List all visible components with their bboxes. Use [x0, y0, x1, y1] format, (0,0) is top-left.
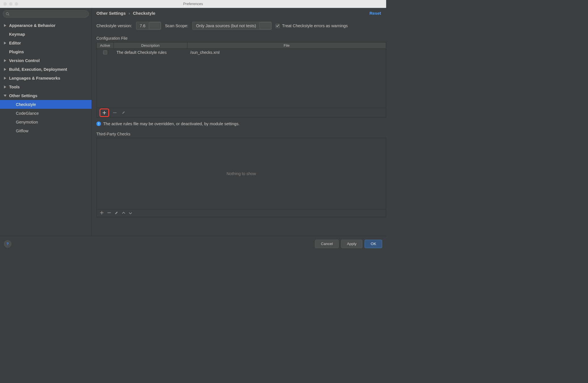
svg-line-1	[8, 14, 9, 15]
settings-tree: Appearance & BehaviorKeymapEditorPlugins…	[0, 20, 92, 236]
apply-button[interactable]: Apply	[341, 240, 363, 248]
search-input[interactable]	[3, 10, 89, 18]
remove-button[interactable]	[112, 110, 118, 116]
window-title: Preferences	[0, 2, 386, 6]
row-description: The default Checkstyle rules	[114, 50, 187, 55]
minus-icon	[107, 211, 111, 214]
info-bar: ! The active rules file may be overridde…	[96, 122, 386, 126]
content-pane: Other Settings › Checkstyle Reset Checks…	[92, 8, 386, 236]
svg-point-0	[6, 12, 9, 15]
table-row[interactable]: The default Checkstyle rules/sun_checks.…	[97, 49, 386, 56]
scope-combo[interactable]: Only Java sources (but not tests)	[192, 22, 272, 30]
chevron-down-icon	[259, 22, 271, 29]
info-text: The active rules file may be overridden,…	[103, 122, 240, 126]
add-highlight	[100, 108, 109, 117]
sidebar-item-gitflow[interactable]: Gitflow	[0, 126, 92, 135]
version-value: 7.6	[136, 24, 149, 28]
col-file[interactable]: File	[187, 42, 386, 48]
pencil-icon	[122, 111, 125, 114]
scope-value: Only Java sources (but not tests)	[193, 24, 259, 28]
help-button[interactable]: ?	[4, 240, 11, 248]
third-party-title: Third-Party Checks	[96, 132, 386, 136]
sidebar-item-build-execution-deployment[interactable]: Build, Execution, Deployment	[0, 65, 92, 74]
breadcrumb-current: Checkstyle	[133, 11, 155, 16]
breadcrumb-parent: Other Settings	[96, 11, 126, 16]
third-party-toolbar	[96, 209, 386, 217]
pencil-icon	[115, 211, 118, 214]
sidebar-item-languages-frameworks[interactable]: Languages & Frameworks	[0, 74, 92, 82]
config-toolbar	[96, 108, 386, 118]
search-icon	[6, 12, 9, 16]
sidebar-item-other-settings[interactable]: Other Settings	[0, 91, 92, 100]
third-party-table: Nothing to show	[96, 138, 386, 209]
sidebar-item-keymap[interactable]: Keymap	[0, 30, 92, 39]
row-active-check[interactable]	[103, 50, 107, 54]
ok-button[interactable]: OK	[365, 240, 382, 248]
empty-text: Nothing to show	[227, 171, 256, 176]
sidebar-item-checkstyle[interactable]: Checkstyle	[0, 100, 92, 109]
sidebar-item-editor[interactable]: Editor	[0, 39, 92, 47]
tp-remove-button[interactable]	[107, 211, 111, 215]
sidebar: Appearance & BehaviorKeymapEditorPlugins…	[0, 8, 92, 236]
sidebar-item-genymotion[interactable]: Genymotion	[0, 118, 92, 126]
plus-icon	[100, 211, 103, 214]
tp-add-button[interactable]	[100, 211, 103, 215]
add-button[interactable]	[101, 110, 107, 116]
chevron-up-icon	[122, 212, 125, 214]
cancel-button[interactable]: Cancel	[315, 240, 339, 248]
breadcrumb-sep: ›	[129, 11, 130, 16]
sidebar-item-appearance-behavior[interactable]: Appearance & Behavior	[0, 21, 92, 30]
info-icon: !	[96, 122, 101, 126]
breadcrumb: Other Settings › Checkstyle	[96, 11, 155, 16]
chevron-down-icon	[149, 22, 161, 29]
sidebar-item-version-control[interactable]: Version Control	[0, 56, 92, 65]
tp-up-button[interactable]	[122, 211, 125, 215]
version-label: Checkstyle version:	[96, 24, 132, 28]
checkbox-icon	[276, 24, 280, 28]
treat-warnings-label: Treat Checkstyle errors as warnings	[282, 24, 348, 28]
config-file-title: Configuration File	[96, 36, 386, 41]
scope-label: Scan Scope:	[165, 24, 188, 28]
table-header: Active Description File	[97, 42, 386, 49]
tp-edit-button[interactable]	[115, 211, 118, 215]
chevron-down-icon	[129, 212, 132, 214]
sidebar-item-plugins[interactable]: Plugins	[0, 47, 92, 56]
treat-warnings-check[interactable]: Treat Checkstyle errors as warnings	[276, 24, 348, 28]
reset-link[interactable]: Reset	[369, 11, 381, 16]
col-description[interactable]: Description	[114, 42, 187, 48]
plus-icon	[102, 111, 106, 115]
col-active[interactable]: Active	[97, 42, 114, 48]
titlebar: Preferences	[0, 0, 386, 8]
sidebar-item-tools[interactable]: Tools	[0, 82, 92, 91]
footer: ? Cancel Apply OK	[0, 236, 386, 252]
sidebar-item-codeglance[interactable]: CodeGlance	[0, 109, 92, 118]
version-combo[interactable]: 7.6	[136, 22, 161, 30]
minus-icon	[113, 111, 117, 115]
config-file-table: Active Description File The default Chec…	[96, 42, 386, 108]
edit-button[interactable]	[120, 110, 126, 116]
tp-down-button[interactable]	[129, 211, 132, 215]
row-file: /sun_checks.xml	[187, 50, 386, 55]
